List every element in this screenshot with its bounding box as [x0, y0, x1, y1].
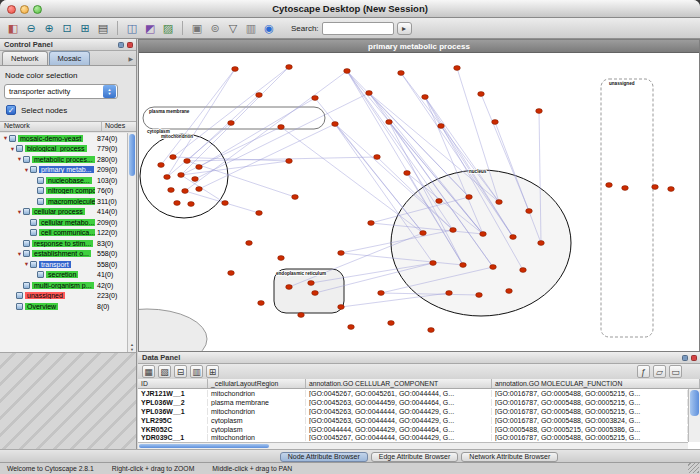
column-header-2[interactable]: annotation.GO CELLULAR_COMPONENT	[306, 379, 492, 388]
tab-edge-attribute-browser[interactable]: Edge Attribute Browser	[371, 452, 459, 462]
page-icon[interactable]: ▤	[95, 20, 111, 36]
window-titlebar[interactable]: Cytoscape Desktop (New Session)	[0, 0, 700, 18]
graph-node[interactable]	[378, 291, 385, 296]
tab-network-attribute-browser[interactable]: Network Attribute Browser	[461, 452, 558, 462]
expand-arrow-icon[interactable]: ▼	[16, 251, 23, 257]
graph-node[interactable]	[480, 232, 487, 237]
hscroll-thumb[interactable]	[139, 444, 269, 448]
graph-node[interactable]	[178, 173, 185, 178]
graph-node[interactable]	[158, 163, 165, 168]
network-graph[interactable]: plasma membranecytoplasmmitochondrionnuc…	[139, 53, 699, 351]
graph-edge[interactable]	[315, 98, 423, 233]
graph-node[interactable]	[404, 171, 411, 176]
graph-edge[interactable]	[181, 67, 289, 175]
graph-node[interactable]	[228, 271, 235, 276]
open-folder-icon[interactable]: ▱	[653, 365, 666, 378]
graph-edge[interactable]	[195, 93, 369, 179]
float-datapanel-icon[interactable]	[682, 355, 688, 361]
graph-node[interactable]	[168, 188, 175, 193]
layout-icon[interactable]: ⊚	[207, 20, 223, 36]
help-icon[interactable]: ◉	[261, 20, 277, 36]
graph-node[interactable]	[338, 251, 345, 256]
graph-node[interactable]	[332, 122, 339, 127]
tree-row-transport[interactable]: ▼transport558(0)	[0, 259, 127, 270]
search-go-button[interactable]: ▸	[397, 22, 412, 35]
graph-edge[interactable]	[347, 71, 439, 201]
table-hscrollbar[interactable]	[138, 442, 688, 449]
expand-arrow-icon[interactable]: ▼	[16, 156, 23, 162]
network-canvas[interactable]: plasma membranecytoplasmmitochondrionnuc…	[139, 53, 699, 351]
float-panel-icon[interactable]	[118, 42, 124, 48]
west-panel-icon[interactable]: ◧	[5, 20, 21, 36]
annotation-icon[interactable]: ▨	[160, 20, 176, 36]
zoom-out-icon[interactable]: ⊖	[23, 20, 39, 36]
graph-node[interactable]	[344, 69, 351, 74]
save-folder-icon[interactable]: ▭	[669, 365, 682, 378]
zoom-fit-icon[interactable]: ⊞	[77, 20, 93, 36]
graph-node[interactable]	[510, 235, 517, 240]
tree-header-network[interactable]: Network	[0, 122, 102, 131]
graph-node[interactable]	[312, 96, 319, 101]
zoom-selected-icon[interactable]: ⊡	[59, 20, 75, 36]
graph-node[interactable]	[436, 199, 443, 204]
tab-mosaic[interactable]: Mosaic	[49, 51, 91, 65]
graph-node[interactable]	[286, 285, 293, 290]
graph-node[interactable]	[196, 165, 203, 170]
table-row[interactable]: YLR295Ccytoplasm[GO:0045263, GO:0044444,…	[138, 416, 688, 425]
graph-edge[interactable]	[369, 93, 469, 197]
graph-node[interactable]	[668, 187, 675, 192]
graph-node[interactable]	[492, 120, 499, 125]
graph-node[interactable]	[174, 201, 181, 206]
graph-node[interactable]	[312, 291, 319, 296]
expand-arrow-icon[interactable]: ▼	[2, 135, 9, 141]
graph-node[interactable]	[476, 293, 483, 298]
graph-edge[interactable]	[347, 71, 453, 230]
node-color-dropdown[interactable]: transporter activity ▲▼	[4, 84, 118, 99]
graph-node[interactable]	[338, 305, 345, 310]
graph-node[interactable]	[466, 195, 473, 200]
graph-node[interactable]	[454, 66, 461, 71]
graph-node[interactable]	[256, 93, 263, 98]
graph-node[interactable]	[246, 241, 253, 246]
select-columns-icon[interactable]: ▥	[190, 365, 203, 378]
table-row[interactable]: YJR121W__1mitochondrion[GO:0045267, GO:0…	[138, 389, 688, 398]
graph-node[interactable]	[388, 321, 395, 326]
tree-row-primary-metab-[interactable]: ▼primary metab...209(0)	[0, 165, 127, 176]
tree-row-unassigned[interactable]: unassigned223(0)	[0, 291, 127, 302]
select-nodes-checkbox[interactable]: ✓	[6, 105, 16, 115]
expand-arrow-icon[interactable]: ▼	[23, 167, 30, 173]
column-header-3[interactable]: annotation.GO MOLECULAR_FUNCTION	[492, 379, 700, 388]
graph-edge[interactable]	[199, 98, 315, 167]
graph-node[interactable]	[374, 155, 381, 160]
graph-node[interactable]	[258, 301, 265, 306]
tree-row-cellular-metabo-[interactable]: cellular metabo...209(0)	[0, 217, 127, 228]
graph-node[interactable]	[278, 256, 285, 261]
network-frame-titlebar[interactable]: primary metabolic process	[139, 40, 699, 53]
scrollbar-arrows[interactable]: ▲ ▼	[128, 342, 136, 352]
graph-node[interactable]	[460, 263, 467, 268]
column-header-0[interactable]: ID	[138, 379, 208, 388]
table-row[interactable]: YPL036W__1mitochondrion[GO:0045263, GO:0…	[138, 407, 688, 416]
graph-node[interactable]	[652, 185, 659, 190]
graph-node[interactable]	[606, 183, 613, 188]
graph-node[interactable]	[386, 120, 393, 125]
table-row[interactable]: YPL036W__2plasma membrane[GO:0045263, GO…	[138, 398, 688, 407]
graph-node[interactable]	[446, 291, 453, 296]
tree-header-nodes[interactable]: Nodes	[102, 122, 136, 131]
tree-scrollbar[interactable]: ▲ ▼	[127, 133, 136, 352]
graph-node[interactable]	[192, 177, 199, 182]
graph-node[interactable]	[222, 201, 229, 206]
tree-row-secretion[interactable]: secretion41(0)	[0, 270, 127, 281]
graph-node[interactable]	[286, 159, 293, 164]
plugin-icon[interactable]: ▣	[189, 20, 205, 36]
table-vscrollbar[interactable]	[688, 389, 700, 442]
graph-node[interactable]	[450, 228, 457, 233]
graph-node[interactable]	[278, 125, 285, 130]
graph-node[interactable]	[348, 325, 355, 330]
tree-row-macromolecule-[interactable]: macromolecule...311(0)	[0, 196, 127, 207]
table-row[interactable]: YKR052Ccytoplasm[GO:0044444, GO:0044429,…	[138, 425, 688, 434]
tab-network[interactable]: Network	[2, 51, 48, 65]
tree-row-mosaic-demo-yeast[interactable]: ▼mosaic-demo-yeast874(0)	[0, 133, 127, 144]
graph-edge[interactable]	[187, 161, 295, 197]
tab-node-attribute-browser[interactable]: Node Attribute Browser	[280, 452, 368, 462]
